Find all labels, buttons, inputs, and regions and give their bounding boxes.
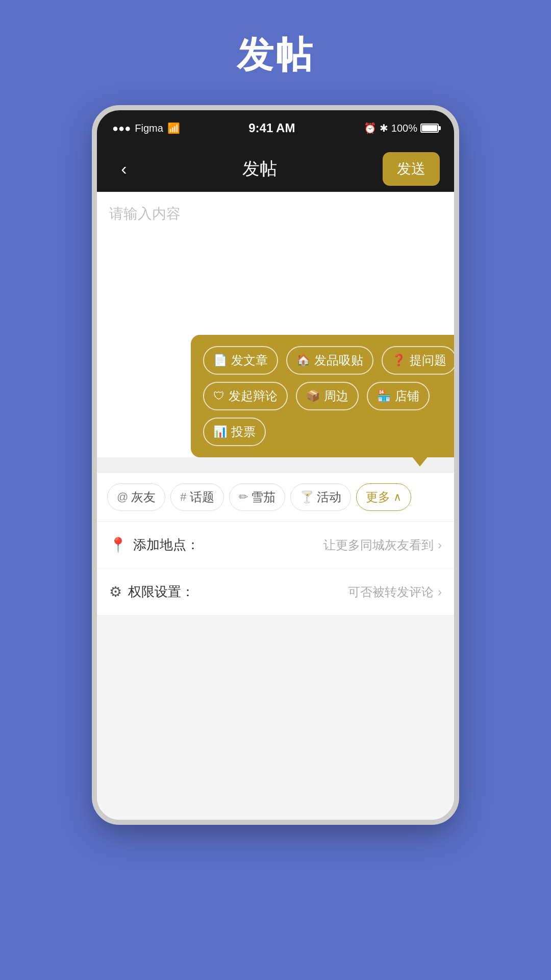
settings-permission-left: ⚙ 权限设置： (109, 583, 194, 601)
topic-label: 话题 (190, 489, 214, 505)
toolbar-item-cigar[interactable]: ✏ 雪茄 (229, 483, 285, 511)
popup-row-2: 🛡 发起辩论 📦 周边 🏪 店铺 (203, 382, 457, 410)
location-hint: 让更多同城灰友看到 (323, 537, 434, 553)
bottom-fill (97, 616, 454, 820)
carrier-label: Figma (135, 122, 163, 134)
toolbar-item-friend[interactable]: @ 灰友 (107, 483, 165, 511)
activity-label: 活动 (317, 489, 341, 505)
popup-item-question[interactable]: ❓ 提问题 (382, 346, 457, 375)
vote-label: 投票 (231, 424, 256, 440)
text-input-area[interactable]: 请输入内容 (97, 192, 454, 335)
popup-item-debate[interactable]: 🛡 发起辩论 (203, 382, 288, 410)
settings-permission-right: 可否被转发评论 › (348, 584, 442, 600)
popup-item-merch[interactable]: 📦 周边 (296, 382, 359, 410)
status-time: 9:41 AM (248, 121, 295, 135)
location-icon: 📍 (109, 536, 127, 553)
toolbar-item-topic[interactable]: # 话题 (170, 483, 223, 511)
vote-icon: 📊 (213, 425, 227, 438)
chevron-up-icon: ∧ (393, 491, 402, 504)
bluetooth-icon: ✱ (380, 122, 388, 134)
permission-label: 权限设置： (128, 583, 194, 601)
cocktail-icon: 🍸 (300, 491, 314, 504)
nav-title: 发帖 (242, 157, 277, 181)
toolbar-item-activity[interactable]: 🍸 活动 (290, 483, 351, 511)
settings-location-row[interactable]: 📍 添加地点： 让更多同城灰友看到 › (97, 522, 454, 569)
alarm-icon: ⏰ (364, 122, 377, 134)
status-right: ⏰ ✱ 100% (364, 122, 439, 134)
back-button[interactable]: ‹ (111, 159, 137, 179)
input-placeholder: 请输入内容 (109, 204, 442, 224)
debate-label: 发起辩论 (229, 388, 278, 404)
product-icon: 🏠 (296, 354, 310, 367)
store-label: 店铺 (395, 388, 419, 404)
battery-label: 100% (391, 122, 417, 134)
store-icon: 🏪 (377, 389, 391, 403)
toolbar-more-button[interactable]: 更多 ∧ (356, 483, 411, 511)
question-label: 提问题 (410, 352, 446, 369)
popup-item-store[interactable]: 🏪 店铺 (367, 382, 430, 410)
more-label: 更多 (366, 489, 390, 505)
toolbar: @ 灰友 # 话题 ✏ 雪茄 🍸 活动 更多 ∧ (97, 473, 454, 521)
settings-location-left: 📍 添加地点： (109, 536, 199, 554)
location-label: 添加地点： (133, 536, 199, 554)
product-label: 发品吸贴 (314, 352, 363, 369)
send-button[interactable]: 发送 (383, 152, 440, 186)
phone-frame: ●●● Figma 📶 9:41 AM ⏰ ✱ 100% ‹ 发帖 发送 请输入… (92, 105, 459, 825)
settings-permission-row[interactable]: ⚙ 权限设置： 可否被转发评论 › (97, 569, 454, 616)
chevron-right-icon-2: › (438, 585, 442, 599)
article-label: 发文章 (231, 352, 268, 369)
settings-location-right: 让更多同城灰友看到 › (323, 537, 442, 553)
popup-row-1: 📄 发文章 🏠 发品吸贴 ❓ 提问题 (203, 346, 457, 375)
merch-label: 周边 (324, 388, 348, 404)
at-icon: @ (117, 491, 128, 504)
popup-row-3: 📊 投票 (203, 418, 457, 446)
cigar-label: 雪茄 (251, 489, 276, 505)
content-area: 📄 发文章 🏠 发品吸贴 ❓ 提问题 🛡 发起辩论 (97, 335, 454, 457)
battery-icon (420, 124, 439, 133)
question-icon: ❓ (392, 354, 406, 367)
settings-area: 📍 添加地点： 让更多同城灰友看到 › ⚙ 权限设置： 可否被转发评论 › (97, 521, 454, 616)
wifi-icon: 📶 (167, 122, 180, 134)
debate-icon: 🛡 (213, 389, 224, 403)
page-title: 发帖 (237, 31, 314, 80)
status-left: ●●● Figma 📶 (112, 122, 180, 134)
article-icon: 📄 (213, 354, 227, 367)
permission-hint: 可否被转发评论 (348, 584, 434, 600)
pen-icon: ✏ (239, 491, 248, 504)
popup-menu: 📄 发文章 🏠 发品吸贴 ❓ 提问题 🛡 发起辩论 (191, 335, 459, 457)
popup-item-article[interactable]: 📄 发文章 (203, 346, 278, 375)
chevron-right-icon: › (438, 538, 442, 552)
gear-icon: ⚙ (109, 583, 122, 600)
popup-item-product[interactable]: 🏠 发品吸贴 (286, 346, 373, 375)
signal-icon: ●●● (112, 122, 131, 134)
popup-item-vote[interactable]: 📊 投票 (203, 418, 266, 446)
friend-label: 灰友 (131, 489, 156, 505)
nav-bar: ‹ 发帖 发送 (97, 146, 454, 192)
merch-icon: 📦 (306, 389, 320, 403)
hash-icon: # (180, 491, 186, 504)
status-bar: ●●● Figma 📶 9:41 AM ⏰ ✱ 100% (97, 110, 454, 146)
